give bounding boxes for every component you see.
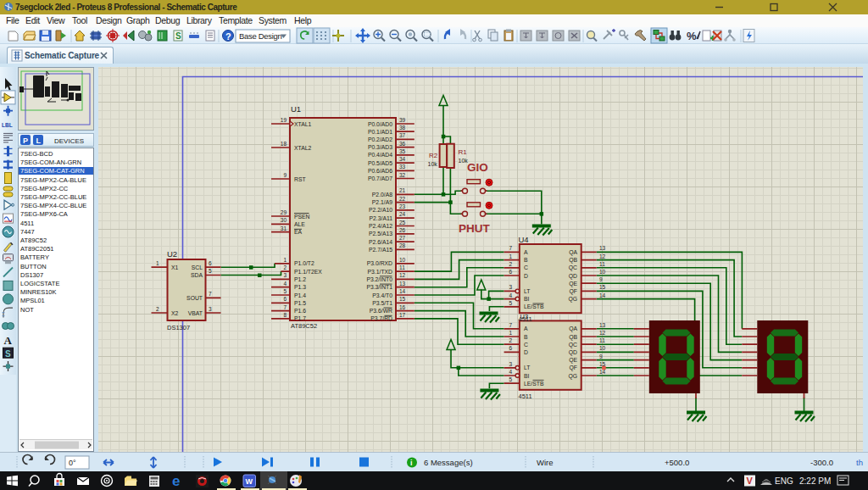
svg-text:17: 17 <box>399 312 406 318</box>
svg-text:7: 7 <box>209 291 212 297</box>
svg-text:QB: QB <box>569 334 577 341</box>
svg-text:11: 11 <box>599 337 605 343</box>
svg-text:5: 5 <box>209 268 212 274</box>
svg-text:D: D <box>524 349 528 355</box>
svg-text:29: 29 <box>281 209 287 215</box>
svg-text:24: 24 <box>399 211 406 217</box>
svg-text:+500.0: +500.0 <box>665 458 689 467</box>
svg-text:14: 14 <box>599 292 606 298</box>
svg-text:P3.6/WR: P3.6/WR <box>370 308 392 314</box>
svg-text:PSEN: PSEN <box>294 214 310 220</box>
svg-text:GIO: GIO <box>467 161 488 174</box>
svg-text:B: B <box>524 334 528 340</box>
svg-text:SDA: SDA <box>191 272 203 278</box>
svg-text:P1.7: P1.7 <box>294 315 306 321</box>
svg-text:P2.6/A14: P2.6/A14 <box>369 239 392 245</box>
svg-text:P2.1/A9: P2.1/A9 <box>372 199 392 205</box>
svg-text:9: 9 <box>599 354 603 359</box>
svg-text:5: 5 <box>283 288 287 294</box>
svg-text:35: 35 <box>399 148 406 154</box>
svg-text:P3.2/INT0: P3.2/INT0 <box>366 276 392 282</box>
svg-text:ENG: ENG <box>775 476 793 486</box>
svg-text:18: 18 <box>281 141 287 147</box>
svg-text:AT89C52: AT89C52 <box>291 322 317 330</box>
svg-text:XTAL2: XTAL2 <box>294 145 311 151</box>
svg-text:?: ? <box>225 31 231 42</box>
svg-text:P2.7/A15: P2.7/A15 <box>369 247 392 253</box>
svg-text:14: 14 <box>399 288 406 294</box>
svg-text:34: 34 <box>399 156 406 162</box>
svg-text:P1.5: P1.5 <box>294 300 306 306</box>
svg-text:10: 10 <box>399 257 406 263</box>
svg-text:P0.7/AD7: P0.7/AD7 <box>368 175 392 181</box>
svg-text:ALE: ALE <box>294 221 305 227</box>
svg-text:7: 7 <box>509 322 512 328</box>
svg-text:X2: X2 <box>171 310 179 316</box>
svg-text:Wire: Wire <box>537 458 554 467</box>
svg-text:4: 4 <box>509 292 512 298</box>
svg-text:13: 13 <box>599 245 606 251</box>
svg-text:P1.6: P1.6 <box>294 308 306 314</box>
svg-text:P3.3/INT1: P3.3/INT1 <box>366 284 392 290</box>
svg-text:BI: BI <box>524 296 530 302</box>
svg-text:11: 11 <box>399 264 405 270</box>
svg-text:C: C <box>524 264 528 270</box>
svg-text:5: 5 <box>509 376 512 382</box>
svg-text:U4: U4 <box>519 235 529 244</box>
svg-text:6: 6 <box>283 296 287 302</box>
svg-text:i: i <box>410 459 413 467</box>
svg-text:10: 10 <box>599 345 606 351</box>
svg-text:LT: LT <box>524 365 530 370</box>
svg-text:12: 12 <box>599 330 606 336</box>
svg-text:11: 11 <box>599 261 605 267</box>
svg-text:37: 37 <box>399 132 406 138</box>
svg-text:R2: R2 <box>429 152 438 159</box>
svg-text:-300.0: -300.0 <box>810 458 833 467</box>
svg-text:15: 15 <box>399 296 406 302</box>
svg-text:QF: QF <box>570 365 577 371</box>
svg-text:6: 6 <box>509 345 512 351</box>
svg-text:25: 25 <box>399 220 406 226</box>
svg-text:3: 3 <box>509 361 512 367</box>
svg-text:LBL: LBL <box>2 122 13 128</box>
svg-text:0°: 0° <box>69 459 76 467</box>
svg-text:31: 31 <box>281 226 287 231</box>
svg-text:U1: U1 <box>291 104 301 114</box>
svg-text:5: 5 <box>509 300 512 306</box>
svg-text:SCL: SCL <box>192 264 203 270</box>
svg-text:P0.5/AD5: P0.5/AD5 <box>368 160 392 166</box>
svg-text:22: 22 <box>399 196 406 202</box>
svg-text:6 Message(s): 6 Message(s) <box>424 458 473 467</box>
svg-text:th: th <box>856 458 863 467</box>
svg-text:P0.2/AD2: P0.2/AD2 <box>368 136 392 142</box>
svg-text:P1.2: P1.2 <box>294 276 306 282</box>
svg-text:1: 1 <box>509 330 512 336</box>
svg-text:1: 1 <box>283 257 287 263</box>
svg-text:%: % <box>687 30 697 42</box>
svg-text:X1: X1 <box>171 264 179 270</box>
svg-text:3: 3 <box>509 284 512 290</box>
svg-text:28: 28 <box>399 242 406 248</box>
svg-text:A: A <box>524 326 528 331</box>
svg-text:P1.0/T2: P1.0/T2 <box>294 260 314 266</box>
svg-text:23: 23 <box>399 203 406 209</box>
svg-text:P0.0/AD0: P0.0/AD0 <box>368 121 392 127</box>
svg-text:10: 10 <box>599 269 606 275</box>
svg-text:30: 30 <box>281 217 287 223</box>
svg-text:27: 27 <box>399 235 406 241</box>
svg-text:P3.4/T0: P3.4/T0 <box>372 292 392 298</box>
svg-text:A: A <box>4 334 13 347</box>
svg-text:QE: QE <box>569 281 577 287</box>
svg-text:QD: QD <box>569 349 577 356</box>
svg-text:6: 6 <box>509 269 512 275</box>
svg-text:2: 2 <box>509 261 512 267</box>
svg-text:12: 12 <box>399 272 406 278</box>
svg-text:QB: QB <box>569 257 577 264</box>
svg-text:1: 1 <box>156 260 159 266</box>
svg-text:14: 14 <box>599 369 606 375</box>
svg-text:33: 33 <box>399 164 406 170</box>
svg-text:e: e <box>172 473 180 489</box>
svg-text:SOUT: SOUT <box>186 295 203 301</box>
svg-text:4: 4 <box>509 369 512 375</box>
svg-text:10k: 10k <box>428 161 438 167</box>
